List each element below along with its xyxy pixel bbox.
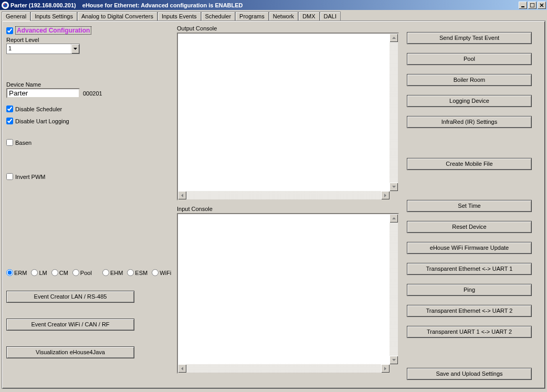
- ping-button[interactable]: Ping: [407, 284, 532, 296]
- radio-erm[interactable]: [6, 269, 13, 276]
- window-title-1: Parter (192.168.000.201): [10, 2, 76, 8]
- input-hscrollbar[interactable]: [178, 364, 390, 373]
- window-title-2: eHouse for Ethernet: Advanced configurat…: [82, 2, 243, 8]
- svg-marker-6: [73, 48, 77, 50]
- output-console[interactable]: [177, 33, 399, 200]
- disable-scheduler-checkbox[interactable]: [6, 105, 13, 112]
- svg-marker-7: [392, 37, 396, 39]
- svg-point-1: [4, 3, 5, 5]
- tab-dali[interactable]: DALI: [320, 12, 341, 20]
- scroll-down-icon[interactable]: [390, 356, 398, 364]
- wifi-firmware-update-button[interactable]: eHouse WiFi Firmware Update: [407, 242, 532, 254]
- device-code-label: 000201: [83, 90, 102, 97]
- scroll-up-icon[interactable]: [390, 34, 398, 42]
- advanced-config-label: Advanced Configuration: [15, 26, 91, 35]
- advanced-config-checkbox[interactable]: [6, 27, 13, 34]
- tab-adc[interactable]: Analog to Digital Converters: [77, 12, 157, 20]
- tab-network[interactable]: Network: [269, 12, 298, 20]
- disable-uart-checkbox[interactable]: [6, 118, 13, 124]
- report-level-select[interactable]: 1: [6, 44, 80, 54]
- radio-wifi[interactable]: [152, 269, 159, 276]
- svg-rect-2: [521, 6, 524, 7]
- set-time-button[interactable]: Set Time: [407, 200, 532, 212]
- event-creator-wifi-button[interactable]: Event Creator WiFi / CAN / RF: [6, 319, 134, 331]
- scroll-right-icon[interactable]: [381, 191, 390, 199]
- create-mobile-file-button[interactable]: Create Mobile File: [407, 158, 532, 170]
- infrared-settings-button[interactable]: InfraRed (IR) Settings: [407, 116, 532, 128]
- boiler-room-button[interactable]: Boiler Room: [407, 74, 532, 86]
- output-console-label: Output Console: [177, 25, 402, 31]
- tab-scheduler[interactable]: Scheduler: [201, 12, 236, 20]
- mode-radio-group: ERM LM CM Pool EHM ESM WiFi: [6, 269, 177, 276]
- invert-pwm-checkbox[interactable]: [6, 173, 13, 180]
- svg-marker-14: [384, 367, 386, 370]
- svg-marker-9: [181, 194, 183, 197]
- report-level-label: Report Level: [6, 37, 177, 43]
- input-console[interactable]: [177, 213, 399, 374]
- disable-uart-label: Disable Uart Logging: [15, 118, 69, 124]
- tab-general[interactable]: General: [2, 12, 30, 21]
- dropdown-icon[interactable]: [71, 44, 79, 54]
- input-console-label: Input Console: [177, 206, 402, 212]
- visualization-button[interactable]: Visualization eHouse4Java: [6, 346, 134, 358]
- reset-device-button[interactable]: Reset Device: [407, 221, 532, 233]
- report-level-value: 1: [7, 44, 71, 54]
- app-icon: [2, 2, 9, 9]
- basen-label: Basen: [15, 140, 31, 146]
- tab-bar: General Inputs Settings Analog to Digita…: [2, 12, 545, 20]
- device-name-input[interactable]: [6, 88, 80, 98]
- window-titlebar: Parter (192.168.000.201) eHouse for Ethe…: [0, 0, 547, 10]
- disable-scheduler-label: Disable Scheduler: [15, 106, 62, 112]
- svg-marker-8: [392, 186, 396, 188]
- maximize-button[interactable]: [528, 2, 537, 9]
- tab-inputs-settings[interactable]: Inputs Settings: [30, 12, 77, 20]
- send-empty-test-button[interactable]: Send Empty Test Event: [407, 32, 532, 44]
- radio-lm[interactable]: [31, 269, 38, 276]
- radio-esm[interactable]: [127, 269, 134, 276]
- tab-dmx[interactable]: DMX: [298, 12, 319, 20]
- invert-pwm-label: Invert PWM: [15, 174, 45, 180]
- save-upload-settings-button[interactable]: Save and Upload Settings: [407, 368, 532, 380]
- scroll-left-icon[interactable]: [178, 191, 186, 199]
- logging-device-button[interactable]: Logging Device: [407, 95, 532, 107]
- svg-marker-13: [181, 367, 183, 370]
- scroll-down-icon[interactable]: [390, 183, 398, 191]
- scroll-left-icon[interactable]: [178, 364, 186, 373]
- transparent-eth-uart2-button[interactable]: Transparent Ethernet <-> UART 2: [407, 305, 532, 317]
- svg-rect-3: [530, 3, 534, 7]
- radio-ehm[interactable]: [102, 269, 109, 276]
- svg-marker-11: [392, 217, 396, 219]
- svg-marker-10: [384, 194, 386, 197]
- device-name-label: Device Name: [6, 81, 177, 88]
- tab-panel-general: Advanced Configuration Report Level 1 De…: [2, 20, 545, 389]
- input-vscrollbar[interactable]: [390, 214, 398, 364]
- scroll-right-icon[interactable]: [381, 364, 390, 373]
- transparent-eth-uart1-button[interactable]: Transparent Ethernet <-> UART 1: [407, 263, 532, 275]
- tab-programs[interactable]: Programs: [235, 12, 269, 20]
- tab-inputs-events[interactable]: Inputs Events: [157, 12, 201, 20]
- output-hscrollbar[interactable]: [178, 191, 390, 199]
- svg-marker-12: [392, 359, 396, 361]
- pool-button[interactable]: Pool: [407, 53, 532, 65]
- radio-cm[interactable]: [51, 269, 58, 276]
- transparent-uart1-uart2-button[interactable]: Transparent UART 1 <-> UART 2: [407, 326, 532, 338]
- minimize-button[interactable]: [519, 2, 527, 9]
- radio-pool[interactable]: [72, 269, 79, 276]
- output-vscrollbar[interactable]: [390, 34, 398, 191]
- basen-checkbox[interactable]: [6, 139, 13, 146]
- event-creator-lan-button[interactable]: Event Creator LAN / RS-485: [6, 291, 134, 303]
- close-button[interactable]: [538, 2, 546, 9]
- scroll-up-icon[interactable]: [390, 214, 398, 223]
